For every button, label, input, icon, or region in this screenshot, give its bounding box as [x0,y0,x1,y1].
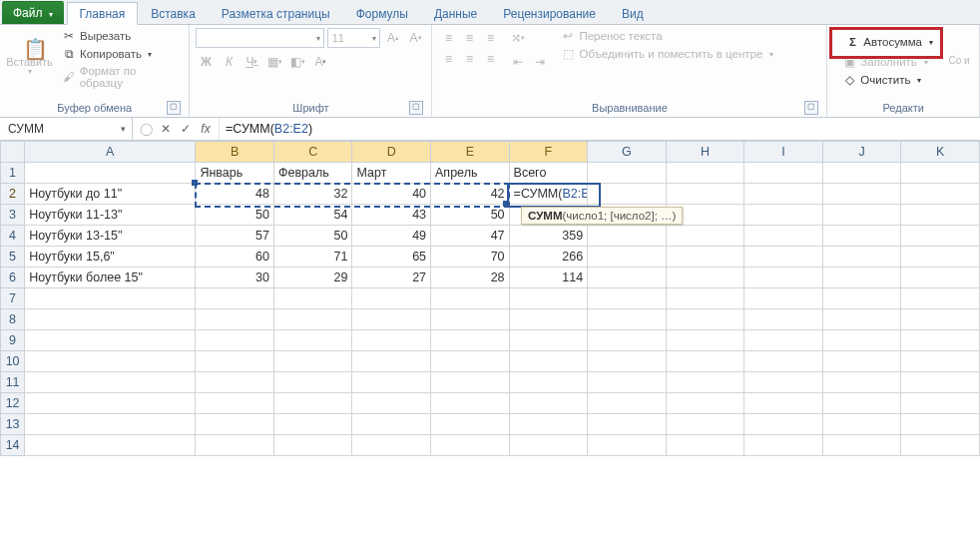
clear-button[interactable]: ◇Очистить▾ [839,72,939,88]
cell[interactable] [25,288,196,309]
col-header-J[interactable]: J [822,142,901,163]
cell[interactable] [744,184,823,205]
cell[interactable]: 57 [196,226,274,247]
formula-input[interactable]: =СУММ(B2:E2) [220,122,980,136]
cell[interactable] [431,309,510,330]
cell[interactable] [901,184,980,205]
cell-editing[interactable]: =СУММ(B2:E2) [509,184,588,205]
orientation-button[interactable]: ⤭▾ [508,28,528,48]
cell[interactable]: 43 [352,205,431,226]
cell[interactable] [666,226,744,247]
cell[interactable] [744,435,823,456]
cell[interactable] [196,393,274,414]
cell[interactable] [25,309,196,330]
cell[interactable] [588,288,667,309]
row-header[interactable]: 12 [1,393,25,414]
cell[interactable] [666,435,744,456]
cell[interactable] [509,435,588,456]
cell[interactable] [822,226,901,247]
col-header-G[interactable]: G [588,142,667,163]
cell[interactable] [431,351,510,372]
grid[interactable]: A B C D E F G H I J K 1 Январь Февраль М… [0,141,980,456]
cell[interactable]: 60 [196,247,274,268]
dialog-launcher-icon[interactable]: ▢ [409,101,423,115]
cell[interactable] [822,351,901,372]
cell[interactable]: Ноутбуки 11-13" [25,205,196,226]
cell[interactable] [744,351,823,372]
cell[interactable] [25,330,196,351]
cell[interactable] [588,268,667,288]
cell[interactable] [901,163,980,184]
cell[interactable] [509,288,588,309]
tab-insert[interactable]: Вставка [138,2,209,24]
cell[interactable] [666,393,744,414]
tab-view[interactable]: Вид [609,2,657,24]
cell[interactable] [588,372,667,393]
paste-button[interactable]: 📋 Вставить ▾ [6,28,53,90]
cell[interactable]: 30 [196,268,274,288]
cell[interactable] [666,184,744,205]
cell[interactable] [666,372,744,393]
cell[interactable] [25,351,196,372]
col-header-K[interactable]: K [901,142,980,163]
cell[interactable] [744,372,823,393]
cell[interactable] [588,330,667,351]
cell[interactable] [744,205,823,226]
cancel-formula-button[interactable]: ✕ [157,122,175,136]
cell[interactable] [901,330,980,351]
cell[interactable] [431,435,510,456]
cut-button[interactable]: ✂Вырезать [59,28,183,44]
border-button[interactable]: ▦▾ [264,52,284,72]
increase-indent-button[interactable]: ⇥ [530,52,550,72]
cell[interactable] [901,268,980,288]
tab-home[interactable]: Главная [67,2,139,25]
cell[interactable] [588,351,667,372]
cell[interactable] [822,414,901,435]
cell[interactable] [901,205,980,226]
cell[interactable] [196,309,274,330]
cell[interactable] [666,247,744,268]
font-color-button[interactable]: A▾ [310,52,330,72]
cell[interactable] [822,184,901,205]
font-family-combo[interactable] [196,28,323,48]
cell[interactable] [901,247,980,268]
cell[interactable] [588,247,667,268]
align-middle-button[interactable]: ≡ [459,28,479,48]
cell[interactable] [744,268,823,288]
row-header[interactable]: 10 [1,351,25,372]
col-header-A[interactable]: A [25,142,196,163]
fill-button[interactable]: ▣Заполнить▾ [839,54,939,70]
row-header[interactable]: 8 [1,309,25,330]
cell[interactable] [273,351,352,372]
cell[interactable] [25,372,196,393]
tab-data[interactable]: Данные [421,2,490,24]
cell[interactable] [588,393,667,414]
cell[interactable] [352,330,431,351]
align-left-button[interactable]: ≡ [438,49,458,69]
enter-formula-button[interactable]: ✓ [177,122,195,136]
dialog-launcher-icon[interactable]: ▢ [804,101,818,115]
cell[interactable] [588,435,667,456]
align-center-button[interactable]: ≡ [459,49,479,69]
cell[interactable] [273,288,352,309]
cell[interactable] [666,330,744,351]
cell[interactable] [352,372,431,393]
tab-page-layout[interactable]: Разметка страницы [209,2,343,24]
row-header[interactable]: 9 [1,330,25,351]
autosum-button[interactable]: ΣАвтосумма▾ [839,32,939,52]
copy-button[interactable]: ⧉Копировать▾ [59,46,183,62]
grow-font-button[interactable]: A▴ [383,28,403,48]
cell[interactable]: Ноутбуки более 15" [25,268,196,288]
col-header-E[interactable]: E [431,142,510,163]
cell[interactable]: 47 [431,226,510,247]
row-header[interactable]: 14 [1,435,25,456]
cell[interactable] [588,414,667,435]
cell[interactable] [901,288,980,309]
cell[interactable] [273,393,352,414]
cell[interactable] [666,351,744,372]
cell[interactable] [509,372,588,393]
cell[interactable] [273,372,352,393]
cell[interactable]: 27 [352,268,431,288]
worksheet[interactable]: A B C D E F G H I J K 1 Январь Февраль М… [0,141,980,456]
cell[interactable]: 71 [273,247,352,268]
